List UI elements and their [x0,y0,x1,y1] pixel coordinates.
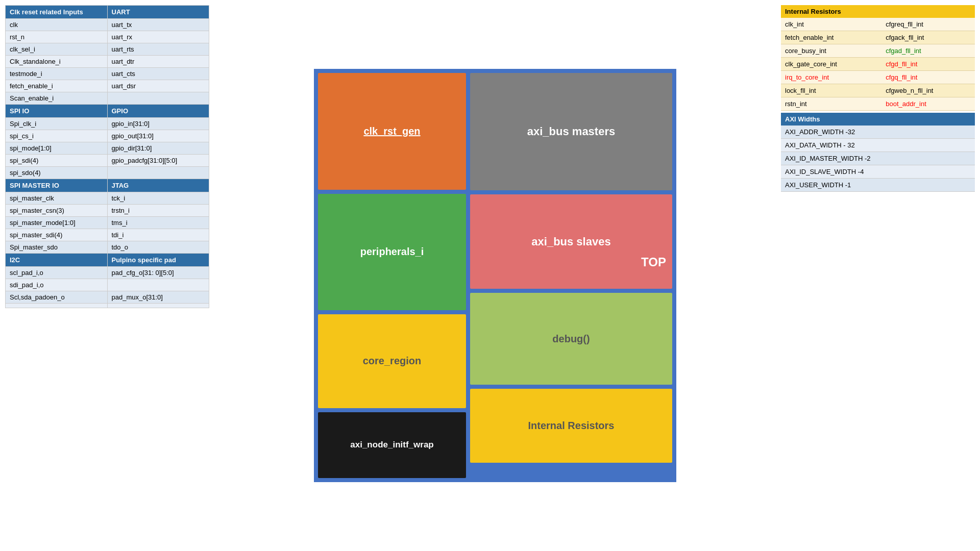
io-cell [107,304,209,308]
io-cell: pad_mux_o[31:0] [107,291,209,304]
io-cell: spi_master_csn(3) [6,205,108,217]
io-cell: clk [6,19,108,31]
header-spi-io: SPI IO [6,105,108,118]
block-axi-node-initf-wrap[interactable]: axi_node_initf_wrap [318,412,466,478]
header-uart: UART [107,6,209,19]
io-cell: gpio_dir[31:0] [107,142,209,155]
io-cell: fetch_enable_i [6,80,108,92]
internal-resistors-header: Internal Resistors [781,5,975,18]
resistor-right-1: cfgack_fll_int [881,31,975,44]
io-cell: Scl,sda_padoen_o [6,291,108,304]
io-cell: uart_rts [107,43,209,56]
io-cell: gpio_in[31:0] [107,118,209,130]
io-cell: tms_i [107,217,209,229]
resistor-left-3: clk_gate_core_int [781,58,881,71]
block-core-region[interactable]: core_region [318,314,466,408]
resistor-right-0: cfgreq_fll_int [881,18,975,31]
io-cell: tdo_o [107,241,209,254]
resistor-right-5: cfgweb_n_fll_int [881,84,975,97]
io-cell: scl_pad_i,o [6,267,108,279]
block-clk-rst-gen[interactable]: clk_rst_gen [318,73,466,190]
block-debug[interactable]: debug() [470,293,672,385]
io-cell: pad_cfg_o[31: 0][5:0] [107,267,209,279]
clk-rst-gen-link[interactable]: clk_rst_gen [363,126,420,137]
io-cell: rst_n [6,31,108,43]
resistor-left-2: core_busy_int [781,44,881,58]
io-cell: Scan_enable_i [6,92,108,105]
resistor-right-3: cfgd_fll_int [881,58,975,71]
io-cell: uart_tx [107,19,209,31]
axi-width-0: AXI_ADDR_WIDTH -32 [781,126,975,139]
io-cell: gpio_out[31:0] [107,130,209,142]
io-cell: testmode_i [6,68,108,80]
resistor-right-6: boot_addr_int [881,97,975,111]
left-panel: Clk reset related Inputs UART clkuart_tx… [5,5,209,546]
resistor-left-0: clk_int [781,18,881,31]
io-cell: tck_i [107,192,209,205]
resistor-left-5: lock_fll_int [781,84,881,97]
io-cell: uart_dtr [107,56,209,68]
resistor-left-4: irq_to_core_int [781,71,881,84]
io-cell: uart_cts [107,68,209,80]
io-cell [6,304,108,308]
header-pulpino-pad: Pulpino specific pad [107,254,209,267]
io-cell: uart_rx [107,31,209,43]
io-cell: tdi_i [107,229,209,241]
diagram-container: TOP clk_rst_gen peripherals_i core_regio… [314,69,676,482]
io-cell: spi_master_clk [6,192,108,205]
resistors-table: clk_int cfgreq_fll_int fetch_enable_int … [781,18,975,111]
right-panel: Internal Resistors clk_int cfgreq_fll_in… [781,5,975,546]
diagram-right-col: axi_bus masters axi_bus slaves debug() I… [470,73,672,478]
io-cell: gpio_padcfg[31:0][5:0] [107,155,209,167]
header-jtag: JTAG [107,179,209,192]
header-spi-master: SPI MASTER IO [6,179,108,192]
io-cell: sdi_pad_i,o [6,279,108,291]
io-cell: Spi_clk_i [6,118,108,130]
axi-widths-table: AXI_ADDR_WIDTH -32 AXI_DATA_WIDTH - 32 A… [781,126,975,192]
header-clk-reset: Clk reset related Inputs [6,6,108,19]
io-cell [107,279,209,291]
block-internal-resistors-diagram[interactable]: Internal Resistors [470,389,672,463]
io-cell: spi_mode[1:0] [6,142,108,155]
io-cell: spi_sdo(4) [6,167,108,179]
axi-width-3: AXI_ID_SLAVE_WIDTH -4 [781,165,975,179]
block-peripherals-i[interactable]: peripherals_i [318,194,466,311]
io-cell: spi_sdi(4) [6,155,108,167]
main-container: Clk reset related Inputs UART clkuart_tx… [0,0,980,551]
io-table: Clk reset related Inputs UART clkuart_tx… [5,5,209,308]
header-i2c: I2C [6,254,108,267]
resistor-right-2: cfgad_fll_int [881,44,975,58]
diagram-top-label: TOP [641,255,666,269]
io-cell [107,92,209,105]
io-cell: spi_master_sdi(4) [6,229,108,241]
center-panel: TOP clk_rst_gen peripherals_i core_regio… [214,5,776,546]
io-cell: spi_master_mode[1:0] [6,217,108,229]
resistor-left-6: rstn_int [781,97,881,111]
io-cell: Spi_master_sdo [6,241,108,254]
io-cell: trstn_i [107,205,209,217]
axi-widths-header: AXI Widths [781,113,975,126]
diagram-left-col: clk_rst_gen peripherals_i core_region ax… [318,73,466,478]
axi-width-2: AXI_ID_MASTER_WIDTH -2 [781,152,975,165]
axi-width-4: AXI_USER_WIDTH -1 [781,179,975,192]
axi-width-1: AXI_DATA_WIDTH - 32 [781,139,975,152]
io-cell: uart_dsr [107,80,209,92]
io-cell: Clk_standalone_i [6,56,108,68]
io-cell: spi_cs_i [6,130,108,142]
resistor-left-1: fetch_enable_int [781,31,881,44]
io-cell: clk_sel_i [6,43,108,56]
header-gpio: GPIO [107,105,209,118]
block-axi-bus-slaves[interactable]: axi_bus slaves [470,194,672,289]
block-axi-bus-masters[interactable]: axi_bus masters [470,73,672,190]
io-cell [107,167,209,179]
resistor-right-4: cfgq_fll_int [881,71,975,84]
